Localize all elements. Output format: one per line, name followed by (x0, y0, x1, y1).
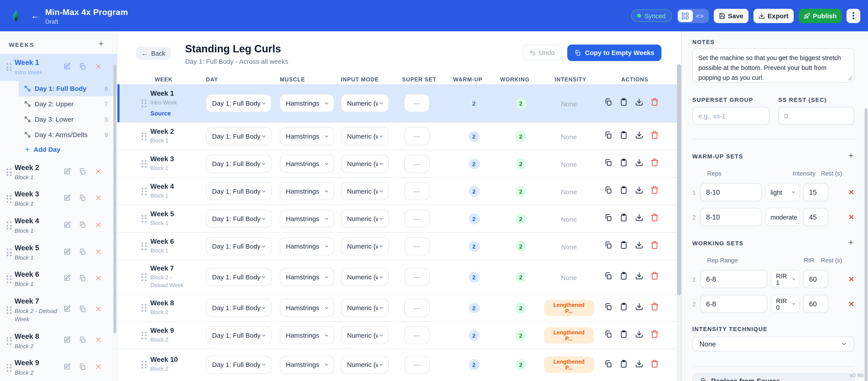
header-back-arrow-icon[interactable]: ← (31, 11, 40, 21)
edit-week-button[interactable] (63, 363, 70, 373)
superset-input[interactable]: — (404, 268, 430, 286)
back-button[interactable]: ← Back (136, 47, 171, 60)
delete-week-button[interactable] (94, 274, 102, 284)
download-row-button[interactable] (635, 241, 644, 251)
download-row-button[interactable] (635, 272, 644, 282)
add-warmup-set-button[interactable] (848, 151, 854, 161)
delete-week-button[interactable] (94, 194, 102, 204)
input-mode-select[interactable]: Numeric (w (341, 154, 389, 173)
duplicate-week-button[interactable] (79, 336, 86, 346)
ss-rest-input[interactable]: 0 (778, 107, 854, 125)
notes-textarea[interactable]: Set the machine so that you get the bigg… (692, 48, 854, 82)
delete-row-button[interactable] (651, 131, 659, 141)
input-mode-select[interactable]: Numeric (w (341, 237, 389, 255)
drag-handle[interactable] (142, 132, 151, 140)
duplicate-week-button[interactable] (79, 247, 86, 257)
duplicate-row-button[interactable] (604, 359, 613, 370)
drag-handle[interactable] (7, 168, 11, 176)
rest-input[interactable]: 60 (803, 270, 828, 288)
copy-to-empty-weeks-button[interactable]: Copy to Empty Weeks (567, 45, 661, 61)
day-select[interactable]: Day 1: Full Body (206, 326, 272, 345)
day-select[interactable]: Day 1: Full Body (206, 210, 272, 228)
sidebar-week-item[interactable]: Week 5Block 1 (0, 239, 117, 266)
sidebar-week-item[interactable]: Week 2Block 1 (0, 159, 117, 186)
set-select[interactable]: light (766, 183, 800, 202)
remove-set-button[interactable]: ✕ (848, 213, 854, 221)
panel-scrollbar[interactable] (865, 108, 868, 381)
superset-input[interactable]: — (404, 94, 430, 112)
duplicate-row-button[interactable] (604, 159, 613, 169)
export-button[interactable]: Export (753, 8, 794, 23)
duplicate-row-button[interactable] (604, 303, 613, 313)
paste-row-button[interactable] (620, 359, 628, 370)
code-view-button[interactable]: <> (693, 10, 708, 22)
day-select[interactable]: Day 1: Full Body (206, 237, 272, 255)
download-row-button[interactable] (635, 131, 644, 141)
sidebar-week-item[interactable]: Week 1Intro Week (0, 54, 117, 81)
set-select[interactable]: RIR 0 (771, 295, 800, 313)
sidebar-day-item[interactable]: Day 3: Lower5 (19, 111, 117, 127)
add-working-set-button[interactable] (848, 238, 854, 248)
duplicate-row-button[interactable] (604, 131, 613, 141)
sidebar-week-item[interactable]: Week 7Block 2 - Deload Week (0, 292, 117, 327)
delete-week-button[interactable] (94, 167, 102, 177)
drag-handle[interactable] (142, 215, 151, 222)
input-mode-select[interactable]: Numeric (w (341, 94, 389, 112)
input-mode-select[interactable]: Numeric (w (341, 268, 389, 286)
input-mode-select[interactable]: Numeric (w (341, 299, 389, 317)
duplicate-row-button[interactable] (604, 241, 613, 251)
input-mode-select[interactable]: Numeric (w (341, 326, 389, 345)
drag-handle[interactable] (7, 249, 11, 256)
edit-week-button[interactable] (63, 305, 70, 315)
superset-input[interactable]: — (404, 210, 430, 228)
superset-input[interactable]: — (404, 355, 430, 374)
replace-from-source-button[interactable]: Replace from Source (692, 374, 854, 381)
edit-week-button[interactable] (63, 274, 70, 284)
superset-input[interactable]: — (404, 154, 430, 173)
paste-row-button[interactable] (620, 303, 628, 313)
input-mode-select[interactable]: Numeric (w (341, 355, 389, 374)
edit-week-button[interactable] (63, 62, 70, 72)
drag-handle[interactable] (142, 242, 151, 250)
duplicate-week-button[interactable] (79, 167, 86, 177)
paste-row-button[interactable] (620, 241, 628, 251)
day-select[interactable]: Day 1: Full Body (206, 268, 272, 286)
muscle-select[interactable]: Hamstrings (280, 127, 334, 145)
drag-handle[interactable] (7, 364, 11, 372)
day-select[interactable]: Day 1: Full Body (206, 154, 272, 173)
more-options-button[interactable] (847, 8, 861, 23)
add-week-button[interactable] (98, 40, 105, 49)
paste-row-button[interactable] (620, 131, 628, 141)
delete-row-button[interactable] (651, 272, 659, 282)
save-button[interactable]: Save (714, 8, 748, 23)
drag-handle[interactable] (7, 222, 11, 230)
drag-handle[interactable] (142, 187, 151, 195)
sidebar-day-item[interactable]: Day 1: Full Body6 (19, 81, 117, 96)
drag-handle[interactable] (142, 361, 151, 369)
day-select[interactable]: Day 1: Full Body (206, 182, 272, 200)
remove-set-button[interactable]: ✕ (848, 275, 854, 283)
input-mode-select[interactable]: Numeric (w (341, 210, 389, 228)
rest-input[interactable]: 60 (803, 295, 828, 313)
paste-row-button[interactable] (620, 186, 628, 197)
view-mode-toggle[interactable]: <> (677, 8, 709, 23)
sidebar-scrollbar[interactable] (113, 64, 116, 334)
superset-input[interactable]: — (404, 326, 430, 345)
download-row-button[interactable] (635, 98, 644, 108)
superset-input[interactable]: — (404, 237, 430, 255)
edit-week-button[interactable] (63, 194, 70, 204)
superset-input[interactable]: — (404, 182, 430, 200)
muscle-select[interactable]: Hamstrings (280, 299, 334, 317)
edit-week-button[interactable] (63, 167, 70, 177)
duplicate-row-button[interactable] (604, 98, 613, 108)
day-select[interactable]: Day 1: Full Body (206, 94, 272, 112)
grid-view-button[interactable] (678, 10, 693, 22)
delete-week-button[interactable] (94, 247, 102, 257)
superset-group-input[interactable]: e.g., ss-1 (692, 107, 770, 125)
download-row-button[interactable] (635, 303, 644, 313)
paste-row-button[interactable] (620, 159, 628, 169)
duplicate-row-button[interactable] (604, 272, 613, 282)
textarea-resize-handle-icon[interactable] (848, 76, 852, 80)
muscle-select[interactable]: Hamstrings (280, 94, 334, 112)
day-select[interactable]: Day 1: Full Body (206, 127, 272, 145)
